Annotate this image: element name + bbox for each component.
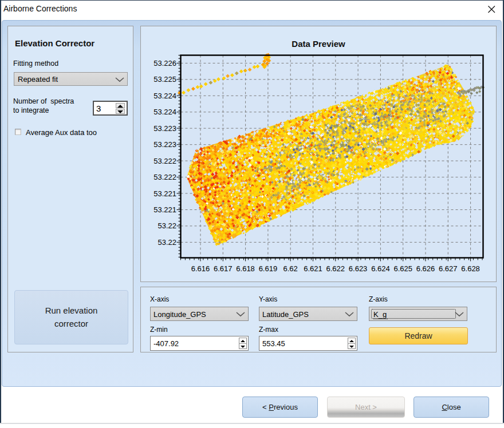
svg-text:53.224: 53.224 — [153, 92, 176, 100]
svg-text:6.618: 6.618 — [236, 264, 255, 273]
svg-text:6.627: 6.627 — [439, 264, 458, 273]
svg-text:53.221: 53.221 — [153, 189, 176, 198]
svg-text:53.224: 53.224 — [153, 108, 176, 116]
svg-text:53.223: 53.223 — [153, 140, 176, 149]
svg-text:6.616: 6.616 — [191, 264, 210, 273]
svg-text:6.625: 6.625 — [393, 264, 412, 273]
svg-text:53.222: 53.222 — [153, 173, 176, 181]
svg-text:6.621: 6.621 — [304, 264, 322, 273]
svg-text:6.619: 6.619 — [259, 264, 278, 273]
svg-text:53.225: 53.225 — [153, 75, 176, 84]
svg-text:6.626: 6.626 — [416, 264, 435, 273]
svg-text:53.222: 53.222 — [153, 157, 176, 165]
svg-text:53.223: 53.223 — [153, 124, 176, 133]
svg-text:6.623: 6.623 — [349, 264, 368, 273]
svg-text:53.226: 53.226 — [153, 59, 176, 68]
svg-text:6.628: 6.628 — [461, 264, 480, 273]
svg-text:6.617: 6.617 — [214, 264, 233, 273]
svg-text:53.22: 53.22 — [158, 238, 176, 247]
svg-text:53.22: 53.22 — [158, 221, 176, 230]
svg-text:6.622: 6.622 — [326, 264, 345, 273]
svg-text:6.624: 6.624 — [371, 264, 390, 273]
svg-text:53.221: 53.221 — [153, 205, 176, 214]
svg-text:6.62: 6.62 — [284, 264, 298, 273]
